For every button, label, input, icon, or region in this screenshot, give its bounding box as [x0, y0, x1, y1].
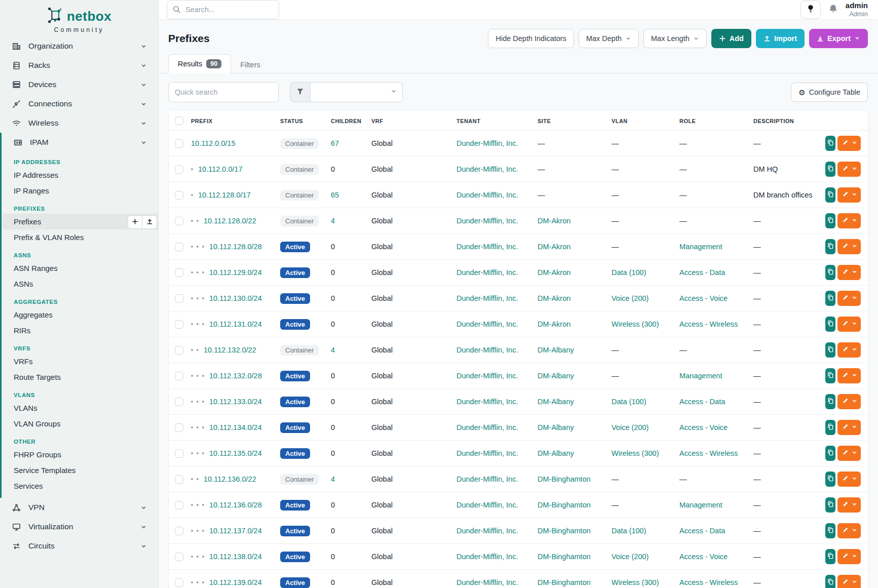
sidebar-item-asns[interactable]: ASNs	[2, 276, 158, 292]
row-checkbox[interactable]	[175, 217, 183, 225]
sidebar-item-racks[interactable]: Racks	[0, 56, 158, 75]
row-checkbox[interactable]	[175, 527, 183, 535]
tenant-link[interactable]: Dunder-Mifflin, Inc.	[456, 243, 518, 251]
copy-button[interactable]	[825, 446, 835, 461]
site-link[interactable]: DM-Akron	[538, 217, 570, 225]
vlan-link[interactable]: Wireless (300)	[612, 578, 659, 586]
copy-button[interactable]	[825, 136, 835, 151]
prefix-link[interactable]: 10.112.135.0/24	[209, 449, 262, 457]
site-link[interactable]: DM-Binghamton	[538, 578, 591, 586]
sidebar-item-vrfs[interactable]: VRFs	[2, 354, 158, 369]
sidebar-item-connections[interactable]: Connections	[0, 94, 158, 113]
site-link[interactable]: DM-Akron	[538, 268, 570, 277]
edit-button[interactable]	[837, 394, 861, 409]
column-header-role[interactable]: ROLE	[675, 110, 749, 131]
column-header-description[interactable]: DESCRIPTION	[749, 110, 821, 131]
copy-button[interactable]	[825, 394, 835, 409]
vlan-link[interactable]: Voice (200)	[612, 553, 648, 561]
site-link[interactable]: DM-Albany	[538, 372, 574, 380]
site-link[interactable]: DM-Albany	[538, 449, 574, 457]
site-link[interactable]: DM-Binghamton	[538, 475, 591, 483]
sidebar-item-devices[interactable]: Devices	[0, 75, 158, 94]
site-link[interactable]: DM-Albany	[538, 423, 574, 432]
tenant-link[interactable]: Dunder-Mifflin, Inc.	[456, 475, 518, 483]
prefix-link[interactable]: 10.112.128.0/22	[204, 217, 256, 225]
max-length-dropdown[interactable]: Max Length	[643, 29, 707, 48]
sidebar-item-vlan-groups[interactable]: VLAN Groups	[2, 416, 158, 432]
copy-button[interactable]	[825, 162, 835, 177]
copy-button[interactable]	[825, 368, 835, 383]
role-link[interactable]: Access - Wireless	[679, 449, 738, 457]
row-checkbox[interactable]	[175, 165, 183, 174]
add-button[interactable]: Add	[711, 29, 751, 48]
copy-button[interactable]	[825, 497, 835, 513]
role-link[interactable]: Access - Voice	[679, 553, 728, 561]
site-link[interactable]: DM-Akron	[538, 294, 570, 302]
copy-button[interactable]	[825, 575, 835, 588]
role-link[interactable]: Management	[679, 243, 722, 251]
saved-filter-select[interactable]	[311, 82, 403, 102]
role-link[interactable]: Access - Voice	[679, 294, 728, 302]
hide-depth-indicators-button[interactable]: Hide Depth Indicators	[488, 29, 574, 48]
tenant-link[interactable]: Dunder-Mifflin, Inc.	[456, 268, 518, 277]
role-link[interactable]: Access - Data	[679, 268, 725, 277]
edit-button[interactable]	[837, 162, 861, 177]
notifications-button[interactable]	[828, 4, 838, 16]
prefix-link[interactable]: 10.112.134.0/24	[209, 423, 262, 432]
edit-button[interactable]	[837, 446, 861, 461]
quick-import-button[interactable]	[142, 215, 157, 229]
tenant-link[interactable]: Dunder-Mifflin, Inc.	[456, 527, 518, 535]
row-checkbox[interactable]	[175, 475, 183, 484]
sidebar-item-wireless[interactable]: Wireless	[0, 113, 158, 133]
sidebar-item-service-templates[interactable]: Service Templates	[2, 462, 158, 478]
column-header-status[interactable]: STATUS	[276, 110, 327, 131]
sidebar-item-asn-ranges[interactable]: ASN Ranges	[2, 260, 158, 276]
edit-button[interactable]	[837, 549, 861, 564]
sidebar-item-route-targets[interactable]: Route Targets	[2, 369, 158, 385]
copy-button[interactable]	[825, 549, 835, 564]
import-button[interactable]: Import	[756, 29, 805, 48]
sidebar-item-prefixes[interactable]: Prefixes	[2, 214, 158, 229]
column-header-tenant[interactable]: TENANT	[452, 110, 533, 131]
max-depth-dropdown[interactable]: Max Depth	[579, 29, 639, 48]
role-link[interactable]: Access - Voice	[679, 423, 728, 432]
row-checkbox[interactable]	[175, 423, 183, 432]
edit-button[interactable]	[837, 472, 861, 487]
copy-button[interactable]	[825, 342, 835, 358]
sidebar-item-aggregates[interactable]: Aggregates	[2, 307, 158, 323]
prefix-link[interactable]: 10.112.139.0/24	[209, 578, 262, 586]
vlan-link[interactable]: Data (100)	[612, 398, 646, 406]
row-checkbox[interactable]	[175, 372, 183, 380]
quick-add-button[interactable]	[128, 215, 142, 229]
role-link[interactable]: Management	[679, 372, 722, 380]
tenant-link[interactable]: Dunder-Mifflin, Inc.	[456, 346, 518, 354]
vlan-link[interactable]: Voice (200)	[612, 294, 648, 302]
vlan-link[interactable]: Data (100)	[612, 268, 646, 277]
copy-button[interactable]	[825, 420, 835, 435]
export-button[interactable]: Export	[809, 29, 868, 48]
tenant-link[interactable]: Dunder-Mifflin, Inc.	[456, 372, 518, 380]
vlan-link[interactable]: Data (100)	[612, 527, 646, 535]
copy-button[interactable]	[825, 472, 835, 487]
sidebar-item-prefix-vlan-roles[interactable]: Prefix & VLAN Roles	[2, 229, 158, 245]
row-checkbox[interactable]	[175, 320, 183, 329]
column-header-prefix[interactable]: PREFIX	[187, 110, 276, 131]
copy-button[interactable]	[825, 213, 835, 228]
tenant-link[interactable]: Dunder-Mifflin, Inc.	[456, 191, 518, 199]
column-header-site[interactable]: SITE	[533, 110, 607, 131]
row-checkbox[interactable]	[175, 553, 183, 561]
tenant-link[interactable]: Dunder-Mifflin, Inc.	[456, 449, 518, 457]
tenant-link[interactable]: Dunder-Mifflin, Inc.	[456, 423, 518, 432]
user-menu[interactable]: admin Admin	[846, 1, 868, 18]
role-link[interactable]: Access - Wireless	[679, 320, 738, 328]
row-checkbox[interactable]	[175, 268, 183, 277]
select-all-checkbox[interactable]	[175, 116, 183, 125]
configure-table-button[interactable]: ⚙ Configure Table	[791, 83, 868, 102]
row-checkbox[interactable]	[175, 578, 183, 587]
children-link[interactable]: 65	[331, 191, 339, 199]
copy-button[interactable]	[825, 265, 835, 280]
prefix-link[interactable]: 10.112.128.0/17	[198, 191, 251, 199]
edit-button[interactable]	[837, 523, 861, 538]
edit-button[interactable]	[837, 136, 861, 151]
prefix-link[interactable]: 10.112.131.0/24	[209, 320, 262, 328]
